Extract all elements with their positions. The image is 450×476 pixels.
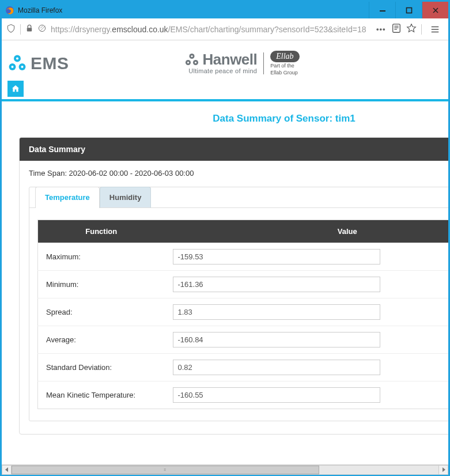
lock-icon[interactable] <box>25 24 33 34</box>
scroll-right-arrow-icon[interactable] <box>438 465 448 475</box>
svg-rect-5 <box>393 24 400 32</box>
ems-logo-text: EMS <box>31 54 69 73</box>
summary-table: Function Value Maximum: Minimum: Spread:… <box>37 220 448 409</box>
svg-point-11 <box>21 66 23 68</box>
page-content: EMS Hanwell Ultimate peace of mind Ellab… <box>2 40 448 464</box>
firefox-icon <box>5 6 14 15</box>
table-row: Maximum: <box>38 243 449 270</box>
permissions-icon[interactable] <box>38 24 46 34</box>
page-title: Data Summary of Sensor: tim1 <box>2 101 448 137</box>
url-bar[interactable]: https://drsynergy.emscloud.co.uk/EMS/cha… <box>51 25 372 34</box>
row-label: Standard Deviation: <box>38 353 165 381</box>
svg-point-9 <box>16 57 18 59</box>
header-logos: EMS Hanwell Ultimate peace of mind Ellab… <box>2 40 448 81</box>
hanwell-tagline: Ultimate peace of mind <box>188 67 257 74</box>
url-path: /EMS/chart/charting/summary?sensorId=523… <box>168 25 366 34</box>
home-icon <box>11 84 20 93</box>
panel-header: Data Summary <box>20 138 448 161</box>
home-button[interactable] <box>7 81 24 97</box>
toolbar-separator <box>20 24 21 35</box>
table-row: Spread: <box>38 298 449 326</box>
table-row: Average: <box>38 326 449 353</box>
svg-point-16 <box>187 61 188 63</box>
value-minimum[interactable] <box>173 277 380 292</box>
row-label: Maximum: <box>38 243 165 270</box>
row-label: Mean Kinetic Temperature: <box>38 381 165 409</box>
value-stddev[interactable] <box>173 360 380 375</box>
tab-row: Temperature Humidity <box>29 187 448 208</box>
svg-point-17 <box>194 61 196 63</box>
hanwell-logo-icon <box>184 52 199 67</box>
logo-divider <box>263 52 264 74</box>
nav-bar <box>2 81 448 97</box>
tab-label: Humidity <box>109 193 142 202</box>
value-spread[interactable] <box>173 304 380 320</box>
tab-container: Temperature Humidity Function Value Maxi… <box>29 187 448 421</box>
toolbar-separator <box>421 24 422 35</box>
horizontal-scrollbar[interactable]: ≡ <box>2 464 448 474</box>
column-header-function: Function <box>38 220 165 243</box>
table-wrapper: Function Value Maximum: Minimum: Spread:… <box>29 208 448 421</box>
ellab-badge: Ellab <box>270 51 299 62</box>
svg-point-10 <box>11 66 13 68</box>
browser-toolbar: https://drsynergy.emscloud.co.uk/EMS/cha… <box>2 18 448 40</box>
hanwell-brand-text: Hanwell <box>203 51 258 69</box>
tab-humidity[interactable]: Humidity <box>100 187 152 208</box>
close-button[interactable] <box>422 2 448 18</box>
svg-point-15 <box>191 55 192 56</box>
tab-label: Temperature <box>45 193 90 202</box>
scroll-left-arrow-icon[interactable] <box>2 465 12 475</box>
url-prefix: https://drsynergy. <box>51 25 112 34</box>
data-summary-panel: Data Summary Time Span: 2020-06-02 00:00… <box>19 137 448 435</box>
svg-rect-1 <box>380 10 385 12</box>
value-maximum[interactable] <box>173 249 380 265</box>
ellab-badge-group: Ellab Part of the Ellab Group <box>270 51 299 76</box>
column-header-value: Value <box>165 220 449 243</box>
minimize-button[interactable] <box>369 2 395 18</box>
svg-rect-2 <box>406 7 411 13</box>
window-controls <box>369 2 448 18</box>
table-row: Minimum: <box>38 270 449 298</box>
url-domain: emscloud.co.uk <box>112 25 168 34</box>
ellab-subline2: Ellab Group <box>270 70 299 76</box>
table-row: Mean Kinetic Temperature: <box>38 381 449 409</box>
window-title: Mozilla Firefox <box>18 6 369 14</box>
value-mkt[interactable] <box>173 387 380 403</box>
maximize-button[interactable] <box>395 2 422 18</box>
svg-rect-3 <box>27 28 32 31</box>
hanwell-logo: Hanwell Ultimate peace of mind Ellab Par… <box>184 51 300 76</box>
row-label: Spread: <box>38 298 165 326</box>
hamburger-menu-button[interactable] <box>426 21 444 38</box>
scroll-track[interactable]: ≡ <box>12 465 438 475</box>
window-titlebar: Mozilla Firefox <box>2 2 448 18</box>
scroll-thumb[interactable]: ≡ <box>12 466 319 474</box>
reader-mode-icon[interactable] <box>391 23 402 35</box>
ellab-subline1: Part of the <box>270 63 299 69</box>
row-label: Average: <box>38 326 165 353</box>
ems-logo: EMS <box>7 54 69 73</box>
page-actions-icon[interactable]: ••• <box>376 25 387 33</box>
timespan-text: Time Span: 2020-06-02 00:00 - 2020-06-03… <box>20 161 448 182</box>
table-row: Standard Deviation: <box>38 353 449 381</box>
tab-temperature[interactable]: Temperature <box>35 187 100 208</box>
value-average[interactable] <box>173 332 380 347</box>
svg-point-4 <box>39 25 45 31</box>
ems-logo-icon <box>7 54 27 73</box>
browser-window: Mozilla Firefox https://drsynergy.emsclo… <box>0 0 450 476</box>
row-label: Minimum: <box>38 270 165 298</box>
tracking-shield-icon[interactable] <box>6 24 16 35</box>
bookmark-star-icon[interactable] <box>406 23 417 35</box>
